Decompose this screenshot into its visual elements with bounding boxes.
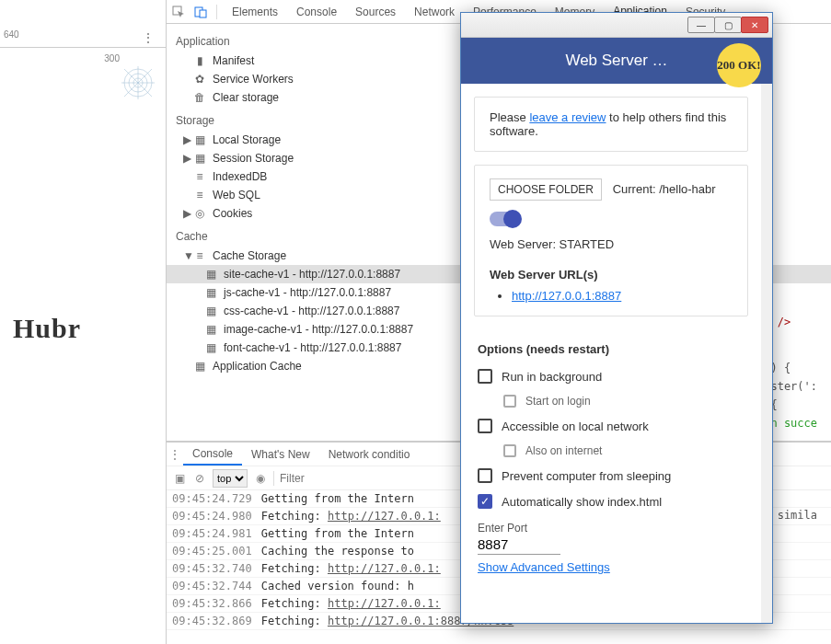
opt-label: Start on login [525, 395, 591, 408]
eye-icon[interactable]: ◉ [253, 472, 268, 485]
opt-label: Accessible on local network [502, 420, 649, 433]
minimize-button[interactable]: — [687, 17, 715, 33]
advanced-settings-link[interactable]: Show Advanced Settings [478, 560, 610, 574]
options-card: Options (needs restart) Run in backgroun… [474, 329, 748, 587]
close-button[interactable]: ✕ [741, 17, 768, 33]
popup-title: Web Server … [565, 52, 667, 70]
start-login-checkbox[interactable] [503, 395, 516, 408]
trash-icon: 🗑 [192, 91, 207, 104]
run-background-checkbox[interactable] [478, 369, 492, 384]
item-label: image-cache-v1 - http://127.0.0.1:8887 [224, 323, 413, 336]
review-card: Please leave a review to help others fin… [474, 97, 748, 152]
item-label: css-cache-v1 - http://127.0.0.1:8887 [224, 305, 399, 317]
server-url-link[interactable]: http://127.0.0.1:8887 [512, 289, 621, 303]
web-server-window: — ▢ ✕ Web Server … 200 OK! Please leave … [460, 12, 773, 624]
item-label: Cache Storage [213, 249, 286, 262]
console-tab[interactable]: Console [183, 443, 242, 466]
item-label: font-cache-v1 - http://127.0.0.1:8887 [224, 341, 401, 354]
item-label: Manifest [213, 54, 254, 67]
storage-icon: ▦ [203, 268, 218, 281]
item-label: IndexedDB [213, 170, 267, 183]
tab-network[interactable]: Network [405, 0, 464, 23]
gear-icon: ✿ [192, 73, 207, 86]
storage-icon: ▦ [203, 341, 218, 354]
storage-icon: ▦ [192, 133, 207, 146]
page-menu-icon[interactable]: ⋮ [142, 30, 155, 45]
item-label: Service Workers [213, 73, 294, 86]
opt-label: Run in background [502, 370, 602, 384]
sidebar-toggle-icon[interactable]: ▣ [172, 472, 187, 485]
choose-folder-button[interactable]: CHOOSE FOLDER [490, 178, 602, 201]
tab-sources[interactable]: Sources [346, 0, 405, 23]
maximize-button[interactable]: ▢ [714, 17, 742, 33]
ruler: 640 ⋮ 300 [0, 28, 166, 48]
port-label: Enter Port [478, 522, 744, 535]
storage-icon: ▦ [203, 305, 218, 317]
tab-console[interactable]: Console [287, 0, 346, 23]
nosleep-checkbox[interactable] [478, 468, 492, 483]
popup-header: Web Server … 200 OK! [461, 38, 772, 84]
item-label: Cookies [213, 207, 252, 220]
popup-body[interactable]: Please leave a review to help others fin… [461, 84, 772, 623]
inspect-icon[interactable] [172, 6, 189, 18]
network-conditions-tab[interactable]: Network conditio [319, 443, 420, 466]
current-folder-label: Current: /hello-habr [613, 182, 716, 196]
hubr-splash-image [120, 64, 156, 101]
page-background: 640 ⋮ 300 Hubr [0, 0, 166, 644]
item-label: Session Storage [213, 152, 294, 165]
lan-checkbox[interactable] [478, 419, 492, 433]
db-icon: ≡ [192, 170, 207, 183]
ruler-subtick: 300 [104, 53, 120, 63]
window-titlebar[interactable]: — ▢ ✕ [461, 13, 772, 38]
svg-rect-9 [200, 10, 206, 17]
item-label: Local Storage [213, 133, 281, 146]
options-heading: Options (needs restart) [478, 342, 744, 356]
show-index-checkbox[interactable]: ✓ [478, 494, 492, 509]
whatsnew-tab[interactable]: What's New [242, 443, 319, 466]
item-label: js-cache-v1 - http://127.0.0.1:8887 [224, 286, 391, 299]
ok-badge-icon: 200 OK! [717, 43, 761, 87]
leave-review-link[interactable]: leave a review [529, 110, 606, 124]
clear-console-icon[interactable]: ⊘ [192, 472, 207, 485]
storage-icon: ▦ [192, 152, 207, 165]
port-input[interactable] [478, 535, 560, 555]
item-label: Application Cache [213, 360, 302, 373]
console-menu-icon[interactable]: ⋮ [167, 448, 183, 461]
cookie-icon: ◎ [192, 207, 207, 220]
ruler-tick: 640 [4, 29, 19, 40]
filter-input[interactable] [280, 472, 418, 485]
item-label: Clear storage [213, 91, 279, 104]
context-select[interactable]: top [213, 469, 248, 488]
device-icon[interactable] [194, 6, 211, 18]
tab-elements[interactable]: Elements [223, 0, 287, 23]
item-label: Web SQL [213, 189, 260, 201]
item-label: site-cache-v1 - http://127.0.0.1:8887 [224, 268, 400, 281]
db-icon: ≡ [192, 249, 207, 262]
storage-icon: ▦ [192, 360, 207, 373]
opt-label: Automatically show index.html [502, 495, 662, 509]
internet-checkbox[interactable] [503, 444, 516, 457]
opt-label: Prevent computer from sleeping [502, 469, 671, 483]
server-status: Web Server: STARTED [490, 237, 733, 251]
opt-label: Also on internet [525, 444, 602, 457]
storage-icon: ▦ [203, 286, 218, 299]
db-icon: ≡ [192, 189, 207, 201]
urls-heading: Web Server URL(s) [490, 268, 733, 282]
hubr-logo: Hubr [13, 313, 81, 344]
server-card: CHOOSE FOLDER Current: /hello-habr Web S… [474, 165, 748, 316]
file-icon: ▮ [192, 54, 207, 67]
server-toggle[interactable] [490, 212, 521, 226]
storage-icon: ▦ [203, 323, 218, 336]
